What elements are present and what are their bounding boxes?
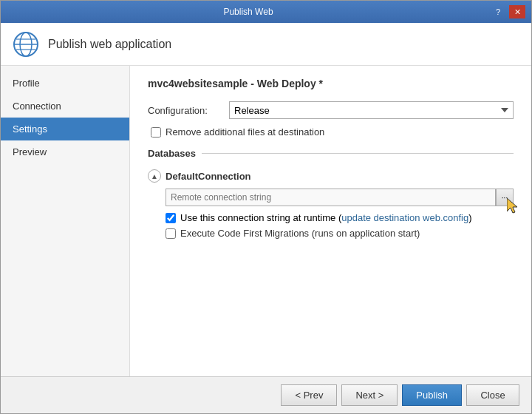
- next-button[interactable]: Next >: [341, 384, 398, 406]
- update-destination-link[interactable]: update destination web.config: [341, 212, 468, 223]
- db-input-row: ···: [166, 189, 514, 206]
- execute-migrations-checkbox[interactable]: [166, 228, 176, 239]
- content-area: Profile Connection Settings Preview mvc4…: [1, 66, 531, 376]
- help-button[interactable]: ?: [490, 5, 506, 18]
- header-bar: Publish web application: [1, 23, 531, 66]
- sidebar-item-connection[interactable]: Connection: [1, 95, 129, 118]
- use-connection-label: Use this connection string at runtime (u…: [180, 212, 472, 223]
- databases-section-header: Databases: [148, 148, 514, 159]
- use-connection-text: Use this connection string at runtime (u…: [180, 212, 472, 223]
- db-browse-button[interactable]: ···: [496, 189, 514, 206]
- databases-title: Databases: [148, 148, 196, 159]
- configuration-label: Configuration:: [148, 105, 229, 116]
- main-panel: mvc4websitesample - Web Deploy * Configu…: [130, 66, 531, 376]
- db-name: DefaultConnection: [166, 171, 251, 182]
- browse-icon: ···: [502, 194, 508, 202]
- publish-web-window: Publish Web ? ✕ Publish web application …: [0, 0, 532, 414]
- remove-files-label: Remove additional files at destination: [166, 126, 324, 138]
- svg-marker-5: [507, 198, 517, 213]
- panel-title: mvc4websitesample - Web Deploy *: [148, 78, 514, 89]
- sidebar-item-settings[interactable]: Settings: [1, 118, 129, 140]
- configuration-row: Configuration: Release Debug: [148, 101, 514, 119]
- close-window-button[interactable]: ✕: [509, 5, 525, 18]
- divider-line: [202, 153, 514, 154]
- execute-migrations-row: Execute Code First Migrations (runs on a…: [166, 228, 514, 239]
- remove-files-checkbox[interactable]: [151, 127, 161, 138]
- collapse-button[interactable]: ▲: [148, 169, 161, 183]
- db-header: ▲ DefaultConnection: [148, 169, 514, 183]
- configuration-select[interactable]: Release Debug: [229, 101, 514, 119]
- use-connection-row: Use this connection string at runtime (u…: [166, 212, 514, 223]
- db-section: ▲ DefaultConnection ···: [148, 169, 514, 239]
- header-title: Publish web application: [48, 38, 171, 51]
- globe-icon: [13, 31, 39, 58]
- use-connection-checkbox[interactable]: [166, 213, 176, 223]
- execute-migrations-label: Execute Code First Migrations (runs on a…: [180, 228, 420, 239]
- footer: < Prev Next > Publish Close: [1, 376, 531, 413]
- publish-button[interactable]: Publish: [402, 384, 462, 406]
- sidebar-item-preview[interactable]: Preview: [1, 140, 129, 163]
- close-button[interactable]: Close: [466, 384, 519, 406]
- title-bar: Publish Web ? ✕: [1, 1, 531, 23]
- remove-files-row: Remove additional files at destination: [151, 126, 514, 138]
- sidebar-item-profile[interactable]: Profile: [1, 72, 129, 95]
- db-connection-input[interactable]: [166, 189, 496, 206]
- title-bar-controls: ? ✕: [490, 5, 525, 18]
- prev-button[interactable]: < Prev: [281, 384, 337, 406]
- window-title: Publish Web: [7, 7, 490, 17]
- sidebar: Profile Connection Settings Preview: [1, 66, 130, 376]
